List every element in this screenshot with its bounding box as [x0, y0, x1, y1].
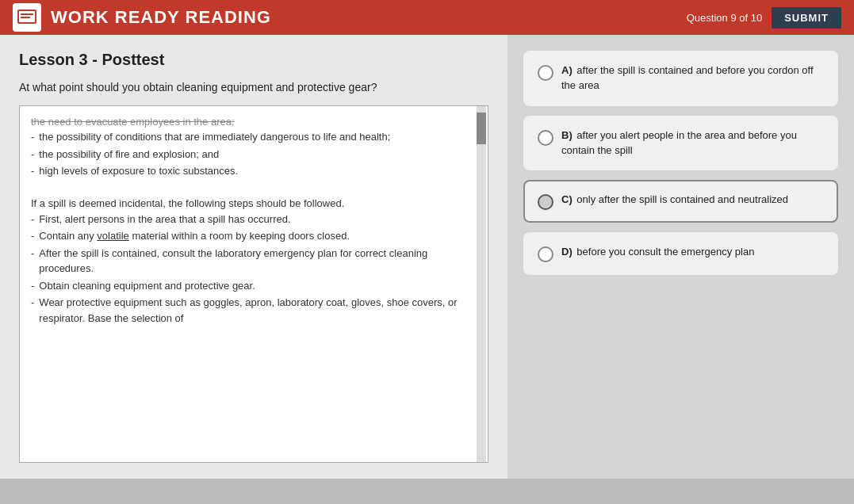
svg-rect-3: [21, 17, 30, 18]
answer-option-d[interactable]: D) before you consult the emergency plan: [523, 232, 838, 275]
strikethrough-line: the need to evacuate employees in the ar…: [31, 114, 477, 130]
scrollbar[interactable]: [477, 106, 486, 462]
list-item: - the possibility of conditions that are…: [31, 129, 477, 145]
answer-option-b[interactable]: B) after you alert people in the area an…: [523, 116, 838, 171]
app-logo: [13, 3, 41, 32]
answer-label-d: D) before you consult the emergency plan: [561, 245, 754, 260]
footer-bar: [0, 479, 854, 504]
scrollbar-thumb[interactable]: [477, 113, 486, 144]
step-item: - Wear protective equipment such as gogg…: [31, 295, 477, 326]
answer-label-c: C) only after the spill is contained and…: [561, 193, 788, 208]
reading-box[interactable]: the need to evacuate employees in the ar…: [19, 105, 488, 463]
answer-option-c[interactable]: C) only after the spill is contained and…: [523, 180, 838, 223]
left-panel: Lesson 3 - Posttest At what point should…: [0, 35, 507, 479]
step-item: - After the spill is contained, consult …: [31, 246, 477, 277]
incidental-intro: If a spill is deemed incidental, the fol…: [31, 196, 477, 212]
step-item: - Contain any volatile material within a…: [31, 228, 477, 244]
question-counter: Question 9 of 10: [687, 12, 762, 24]
svg-rect-2: [21, 13, 33, 15]
header-right: Question 9 of 10 SUBMIT: [687, 7, 841, 29]
answer-label-b: B) after you alert people in the area an…: [561, 128, 824, 158]
lesson-title: Lesson 3 - Posttest: [19, 51, 488, 69]
radio-b[interactable]: [538, 130, 553, 146]
question-text: At what point should you obtain cleaning…: [19, 80, 488, 96]
main-content: Lesson 3 - Posttest At what point should…: [0, 35, 854, 479]
step-item: - Obtain cleaning equipment and protecti…: [31, 278, 477, 294]
radio-d[interactable]: [538, 246, 553, 262]
answer-option-a[interactable]: A) after the spill is contained and befo…: [523, 51, 838, 106]
radio-c[interactable]: [538, 194, 553, 210]
logo-icon: [16, 6, 38, 29]
radio-a[interactable]: [538, 65, 553, 81]
header: Work Ready Reading Question 9 of 10 SUBM…: [0, 0, 854, 35]
answer-label-a: A) after the spill is contained and befo…: [561, 63, 824, 94]
step-item: - First, alert persons in the area that …: [31, 212, 477, 227]
app-title: Work Ready Reading: [51, 7, 271, 28]
list-item: - high levels of exposure to toxic subst…: [31, 163, 477, 179]
submit-button[interactable]: SUBMIT: [772, 7, 841, 29]
right-panel: A) after the spill is contained and befo…: [507, 35, 854, 479]
list-item: - the possibility of fire and explosion;…: [31, 147, 477, 162]
spacer: [523, 284, 838, 463]
